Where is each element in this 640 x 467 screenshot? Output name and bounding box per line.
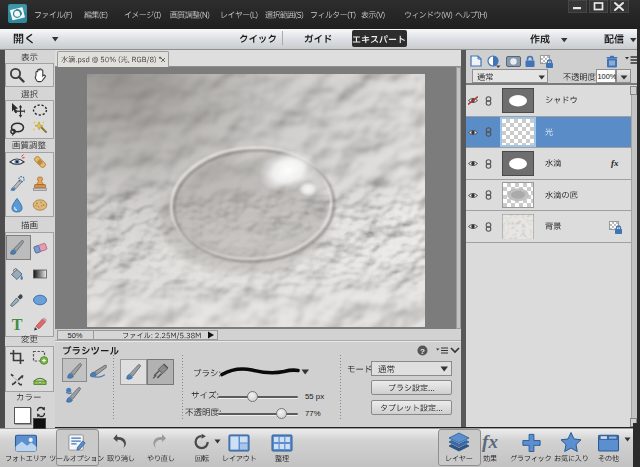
svg-text:T: T — [12, 316, 23, 332]
svg-text:?: ? — [420, 347, 425, 356]
svg-text:fx: fx — [482, 431, 498, 452]
